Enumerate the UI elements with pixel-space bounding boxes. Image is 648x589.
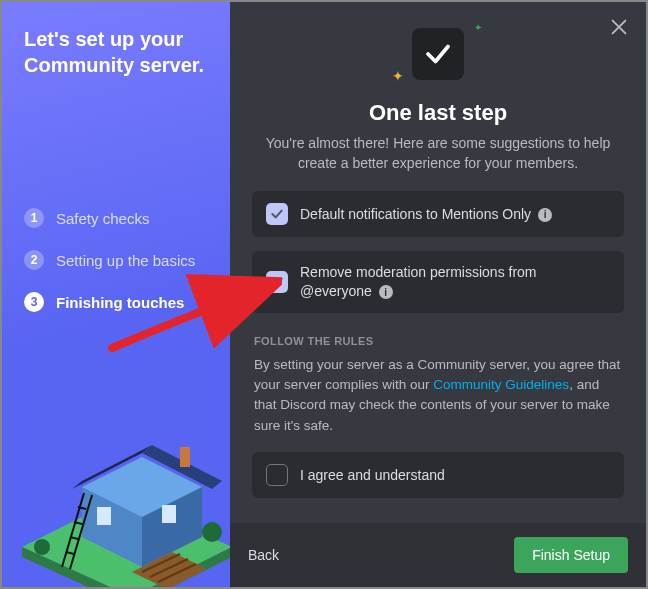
back-button[interactable]: Back [248, 547, 279, 563]
option-label: I agree and understand [300, 466, 445, 485]
info-icon[interactable]: i [379, 285, 393, 299]
step-setting-up-basics[interactable]: 2 Setting up the basics [24, 250, 208, 270]
step-label: Finishing touches [56, 294, 184, 311]
rules-text: By setting your server as a Community se… [254, 355, 622, 436]
sparkle-icon: ✦ [392, 68, 404, 84]
sidebar-title: Let's set up your Community server. [24, 26, 208, 78]
option-label-text: Default notifications to Mentions Only [300, 206, 531, 222]
hero: ✦ ✦ One last step You're almost there! H… [230, 22, 646, 191]
svg-rect-9 [162, 505, 176, 523]
hero-icon-wrap: ✦ ✦ [412, 28, 464, 80]
finish-setup-button[interactable]: Finish Setup [514, 537, 628, 573]
content-area: Default notifications to Mentions Only i… [230, 191, 646, 523]
step-finishing-touches[interactable]: 3 Finishing touches [24, 292, 208, 312]
checkbox[interactable] [266, 203, 288, 225]
checkmark-icon [423, 39, 453, 69]
community-guidelines-link[interactable]: Community Guidelines [433, 377, 569, 392]
option-label: Default notifications to Mentions Only i [300, 205, 552, 224]
option-label-text: Remove moderation permissions from @ever… [300, 264, 537, 299]
step-label: Setting up the basics [56, 252, 195, 269]
community-setup-modal: Let's set up your Community server. 1 Sa… [0, 0, 648, 589]
option-agree[interactable]: I agree and understand [252, 452, 624, 498]
option-default-notifications[interactable]: Default notifications to Mentions Only i [252, 191, 624, 237]
step-number: 2 [24, 250, 44, 270]
step-safety-checks[interactable]: 1 Safety checks [24, 208, 208, 228]
setup-steps: 1 Safety checks 2 Setting up the basics … [24, 208, 208, 312]
page-subtitle: You're almost there! Here are some sugge… [260, 134, 616, 173]
svg-point-22 [34, 539, 50, 555]
checkmark-badge [412, 28, 464, 80]
house-illustration [2, 397, 230, 587]
rules-header: FOLLOW THE RULES [254, 335, 624, 347]
step-label: Safety checks [56, 210, 149, 227]
checkbox[interactable] [266, 271, 288, 293]
option-remove-moderation-permissions[interactable]: Remove moderation permissions from @ever… [252, 251, 624, 313]
step-number: 3 [24, 292, 44, 312]
step-number: 1 [24, 208, 44, 228]
check-icon [269, 274, 285, 290]
checkbox[interactable] [266, 464, 288, 486]
svg-rect-10 [180, 447, 190, 467]
svg-point-21 [202, 522, 222, 542]
sidebar: Let's set up your Community server. 1 Sa… [2, 2, 230, 587]
svg-rect-8 [97, 507, 111, 525]
main-panel: ✦ ✦ One last step You're almost there! H… [230, 2, 646, 587]
option-label-text: I agree and understand [300, 467, 445, 483]
sparkle-icon: ✦ [474, 22, 482, 33]
info-icon[interactable]: i [538, 208, 552, 222]
check-icon [269, 206, 285, 222]
footer: Back Finish Setup [230, 523, 646, 587]
page-title: One last step [369, 100, 507, 126]
option-label: Remove moderation permissions from @ever… [300, 263, 610, 301]
